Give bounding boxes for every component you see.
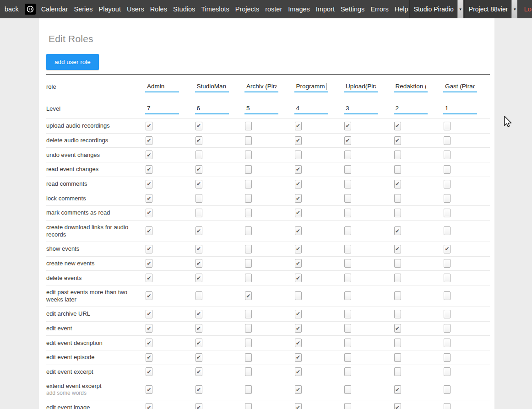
role-name-input-5[interactable] [344, 81, 378, 92]
permission-checkbox-unchecked[interactable] [245, 324, 252, 333]
permission-checkbox-checked[interactable]: ✔ [146, 194, 152, 203]
permission-checkbox-unchecked[interactable] [245, 310, 252, 318]
role-name-input-3[interactable] [244, 81, 278, 92]
permission-checkbox-checked[interactable]: ✔ [146, 165, 152, 174]
permission-checkbox-unchecked[interactable] [245, 226, 252, 235]
permission-checkbox-checked[interactable]: ✔ [146, 209, 152, 217]
permission-checkbox-unchecked[interactable] [245, 165, 252, 174]
permission-checkbox-unchecked[interactable] [245, 180, 252, 188]
nav-item-roster[interactable]: roster [265, 5, 282, 13]
permission-checkbox-checked[interactable]: ✔ [146, 259, 152, 268]
permission-checkbox-checked[interactable]: ✔ [444, 245, 451, 253]
permission-checkbox-unchecked[interactable] [195, 291, 202, 300]
permission-checkbox-unchecked[interactable] [344, 226, 351, 235]
level-input-6[interactable] [394, 103, 428, 114]
permission-checkbox-checked[interactable]: ✔ [344, 136, 351, 145]
level-input-4[interactable] [294, 103, 328, 114]
permission-checkbox-checked[interactable]: ✔ [394, 180, 401, 188]
permission-checkbox-unchecked[interactable] [344, 274, 351, 282]
permission-checkbox-unchecked[interactable] [444, 353, 451, 362]
permission-checkbox-unchecked[interactable] [245, 259, 252, 268]
permission-checkbox-checked[interactable]: ✔ [394, 324, 401, 333]
chevron-down-icon[interactable]: ▼ [457, 0, 463, 18]
permission-checkbox-checked[interactable]: ✔ [295, 122, 302, 130]
permission-checkbox-unchecked[interactable] [444, 194, 451, 203]
permission-checkbox-checked[interactable]: ✔ [295, 180, 302, 188]
permission-checkbox-checked[interactable]: ✔ [195, 367, 202, 376]
permission-checkbox-checked[interactable]: ✔ [146, 180, 152, 188]
permission-checkbox-checked[interactable]: ✔ [195, 339, 202, 347]
permission-checkbox-unchecked[interactable] [245, 194, 252, 203]
permission-checkbox-unchecked[interactable] [444, 180, 451, 188]
nav-item-settings[interactable]: Settings [341, 5, 364, 13]
permission-checkbox-unchecked[interactable] [394, 310, 401, 318]
role-name-input-4[interactable] [294, 81, 328, 92]
permission-checkbox-checked[interactable]: ✔ [295, 324, 302, 333]
permission-checkbox-unchecked[interactable] [444, 165, 451, 174]
permission-checkbox-checked[interactable]: ✔ [344, 122, 351, 130]
permission-checkbox-checked[interactable]: ✔ [295, 165, 302, 174]
logout-link[interactable]: Logout [524, 5, 532, 13]
permission-checkbox-unchecked[interactable] [444, 324, 451, 333]
permission-checkbox-unchecked[interactable] [394, 259, 401, 268]
role-name-input-2[interactable] [195, 81, 229, 92]
level-input-5[interactable] [344, 103, 378, 114]
nav-item-import[interactable]: Import [316, 5, 335, 13]
permission-checkbox-unchecked[interactable] [344, 180, 351, 188]
permission-checkbox-checked[interactable]: ✔ [394, 385, 401, 394]
permission-checkbox-unchecked[interactable] [245, 122, 252, 130]
permission-checkbox-unchecked[interactable] [195, 151, 202, 159]
permission-checkbox-unchecked[interactable] [444, 226, 451, 235]
permission-checkbox-checked[interactable]: ✔ [146, 122, 152, 130]
permission-checkbox-checked[interactable]: ✔ [394, 245, 401, 253]
permission-checkbox-unchecked[interactable] [344, 353, 351, 362]
permission-checkbox-unchecked[interactable] [444, 209, 451, 217]
permission-checkbox-unchecked[interactable] [245, 136, 252, 145]
role-name-input-1[interactable] [145, 81, 179, 92]
station-logo-icon[interactable] [25, 4, 36, 15]
permission-checkbox-checked[interactable]: ✔ [295, 136, 302, 145]
project-select[interactable]: Project 88vier ▼ [464, 0, 518, 18]
permission-checkbox-checked[interactable]: ✔ [295, 194, 302, 203]
role-name-input-7[interactable] [443, 81, 477, 92]
permission-checkbox-checked[interactable]: ✔ [394, 226, 401, 235]
permission-checkbox-checked[interactable]: ✔ [295, 403, 302, 409]
permission-checkbox-unchecked[interactable] [245, 274, 252, 282]
permission-checkbox-checked[interactable]: ✔ [295, 274, 302, 282]
permission-checkbox-unchecked[interactable] [344, 194, 351, 203]
permission-checkbox-checked[interactable]: ✔ [146, 226, 152, 235]
nav-item-help[interactable]: Help [395, 5, 408, 13]
permission-checkbox-unchecked[interactable] [195, 209, 202, 217]
permission-checkbox-checked[interactable]: ✔ [195, 226, 202, 235]
permission-checkbox-unchecked[interactable] [394, 151, 401, 159]
permission-checkbox-checked[interactable]: ✔ [195, 259, 202, 268]
permission-checkbox-checked[interactable]: ✔ [195, 324, 202, 333]
permission-checkbox-unchecked[interactable] [245, 385, 252, 394]
nav-item-studios[interactable]: Studios [173, 5, 195, 13]
permission-checkbox-unchecked[interactable] [245, 403, 252, 409]
permission-checkbox-unchecked[interactable] [295, 151, 302, 159]
chevron-down-icon[interactable]: ▼ [511, 0, 517, 18]
permission-checkbox-checked[interactable]: ✔ [146, 385, 152, 394]
permission-checkbox-unchecked[interactable] [444, 136, 451, 145]
permission-checkbox-checked[interactable]: ✔ [394, 403, 401, 409]
nav-item-projects[interactable]: Projects [235, 5, 259, 13]
permission-checkbox-checked[interactable]: ✔ [195, 310, 202, 318]
nav-item-playout[interactable]: Playout [99, 5, 121, 13]
permission-checkbox-unchecked[interactable] [245, 367, 252, 376]
nav-item-back[interactable]: back [5, 5, 19, 13]
permission-checkbox-unchecked[interactable] [344, 367, 351, 376]
permission-checkbox-unchecked[interactable] [394, 194, 401, 203]
permission-checkbox-checked[interactable]: ✔ [245, 291, 252, 300]
permission-checkbox-unchecked[interactable] [344, 324, 351, 333]
permission-checkbox-unchecked[interactable] [394, 367, 401, 376]
permission-checkbox-checked[interactable]: ✔ [195, 385, 202, 394]
add-user-role-button[interactable]: add user role [46, 54, 99, 70]
level-input-2[interactable] [195, 103, 229, 114]
permission-checkbox-checked[interactable]: ✔ [146, 291, 152, 300]
nav-item-timeslots[interactable]: Timeslots [201, 5, 229, 13]
permission-checkbox-checked[interactable]: ✔ [146, 353, 152, 362]
permission-checkbox-unchecked[interactable] [245, 151, 252, 159]
permission-checkbox-unchecked[interactable] [394, 274, 401, 282]
permission-checkbox-unchecked[interactable] [344, 259, 351, 268]
